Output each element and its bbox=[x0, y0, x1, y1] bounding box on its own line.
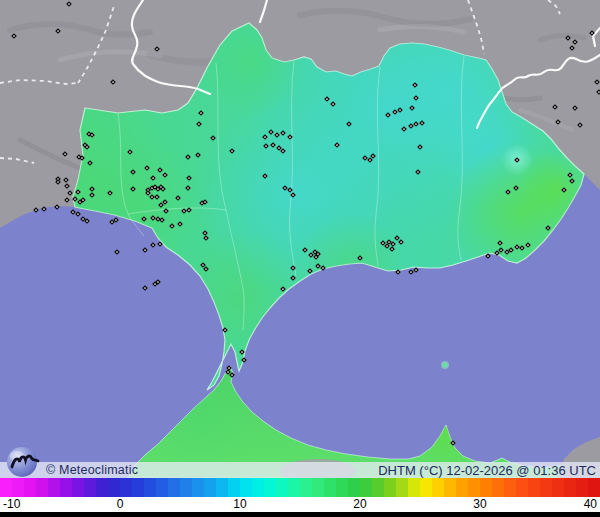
station-marker-center bbox=[382, 242, 384, 244]
scale-color-cell bbox=[480, 478, 492, 497]
temperature-scale-labels: -10010203040 bbox=[0, 497, 600, 512]
station-marker-center bbox=[414, 84, 416, 86]
station-marker-center bbox=[563, 189, 565, 191]
station-marker-center bbox=[188, 177, 190, 179]
station-marker-center bbox=[204, 232, 206, 234]
scale-color-cell bbox=[144, 478, 156, 497]
station-marker-center bbox=[228, 367, 230, 369]
station-marker-center bbox=[326, 98, 328, 100]
station-marker-center bbox=[160, 204, 162, 206]
station-marker-center bbox=[507, 191, 509, 193]
scale-color-cell bbox=[0, 478, 12, 497]
station-marker-center bbox=[241, 351, 243, 353]
station-marker-center bbox=[516, 246, 518, 248]
station-marker-center bbox=[289, 189, 291, 191]
station-marker-center bbox=[198, 123, 200, 125]
station-marker-center bbox=[56, 206, 58, 208]
station-marker-center bbox=[571, 47, 573, 49]
station-marker-center bbox=[282, 150, 284, 152]
scale-footer-strip bbox=[0, 512, 600, 517]
station-marker-center bbox=[364, 157, 366, 159]
scale-color-cell bbox=[24, 478, 36, 497]
station-marker-center bbox=[35, 209, 37, 211]
station-marker-center bbox=[415, 269, 417, 271]
scale-color-cell bbox=[48, 478, 60, 497]
station-marker-center bbox=[82, 199, 84, 201]
station-marker-center bbox=[205, 237, 207, 239]
scale-color-cell bbox=[132, 478, 144, 497]
scale-color-cell bbox=[504, 478, 516, 497]
station-marker-center bbox=[243, 359, 245, 361]
station-marker-center bbox=[574, 41, 576, 43]
station-marker-center bbox=[400, 241, 402, 243]
station-marker-center bbox=[224, 329, 226, 331]
station-marker-center bbox=[204, 201, 206, 203]
station-marker-center bbox=[129, 151, 131, 153]
station-marker-center bbox=[292, 277, 294, 279]
scale-tick-label: 40 bbox=[584, 497, 597, 512]
station-marker-center bbox=[151, 187, 153, 189]
station-marker-center bbox=[212, 137, 214, 139]
station-marker-center bbox=[510, 249, 512, 251]
station-marker-center bbox=[171, 225, 173, 227]
station-marker-center bbox=[66, 199, 68, 201]
station-marker-center bbox=[69, 192, 71, 194]
station-marker-center bbox=[88, 133, 90, 135]
station-marker-center bbox=[292, 267, 294, 269]
scale-color-cell bbox=[312, 478, 324, 497]
scale-color-cell bbox=[156, 478, 168, 497]
station-marker-center bbox=[231, 150, 233, 152]
station-marker-center bbox=[411, 107, 413, 109]
scale-color-cell bbox=[348, 478, 360, 497]
station-marker-center bbox=[187, 187, 189, 189]
station-marker-center bbox=[111, 221, 113, 223]
station-marker-center bbox=[284, 187, 286, 189]
station-marker-center bbox=[72, 211, 74, 213]
station-marker-center bbox=[160, 186, 162, 188]
station-marker-center bbox=[516, 159, 518, 161]
station-marker-center bbox=[289, 136, 291, 138]
station-marker-center bbox=[132, 188, 134, 190]
station-marker-center bbox=[567, 37, 569, 39]
station-marker-center bbox=[227, 371, 229, 373]
station-marker-center bbox=[162, 188, 164, 190]
station-marker-center bbox=[396, 237, 398, 239]
station-marker-center bbox=[159, 169, 161, 171]
scale-color-cell bbox=[432, 478, 444, 497]
station-marker-center bbox=[348, 123, 350, 125]
station-marker-center bbox=[521, 247, 523, 249]
scale-color-cell bbox=[36, 478, 48, 497]
station-marker-center bbox=[205, 268, 207, 270]
station-marker-center bbox=[200, 112, 202, 114]
station-marker-center bbox=[132, 171, 134, 173]
station-marker-center bbox=[410, 271, 412, 273]
station-marker-center bbox=[452, 442, 454, 444]
station-marker-center bbox=[143, 218, 145, 220]
station-marker-center bbox=[231, 374, 233, 376]
station-marker-center bbox=[309, 270, 311, 272]
scale-color-cell bbox=[216, 478, 228, 497]
station-marker-center bbox=[332, 103, 334, 105]
scale-color-cell bbox=[252, 478, 264, 497]
station-marker-center bbox=[154, 186, 156, 188]
station-marker-center bbox=[57, 30, 59, 32]
station-marker-center bbox=[144, 287, 146, 289]
station-marker-center bbox=[146, 167, 148, 169]
station-marker-center bbox=[388, 241, 390, 243]
station-marker-center bbox=[183, 210, 185, 212]
scale-color-cell bbox=[204, 478, 216, 497]
scale-tick-label: 0 bbox=[117, 497, 124, 512]
station-marker-center bbox=[157, 218, 159, 220]
station-marker-center bbox=[164, 201, 166, 203]
station-marker-center bbox=[86, 220, 88, 222]
scale-color-cell bbox=[492, 478, 504, 497]
scale-color-cell bbox=[420, 478, 432, 497]
station-marker-center bbox=[496, 252, 498, 254]
meteoclimatic-logo-icon[interactable] bbox=[6, 445, 40, 478]
station-marker-center bbox=[421, 122, 423, 124]
station-marker-center bbox=[82, 218, 84, 220]
station-marker-center bbox=[397, 271, 399, 273]
map-canvas[interactable]: © Meteoclimatic DHTM (°C) 12-02-2026 @ 0… bbox=[0, 0, 600, 478]
station-marker-center bbox=[315, 256, 317, 258]
scale-color-cell bbox=[168, 478, 180, 497]
